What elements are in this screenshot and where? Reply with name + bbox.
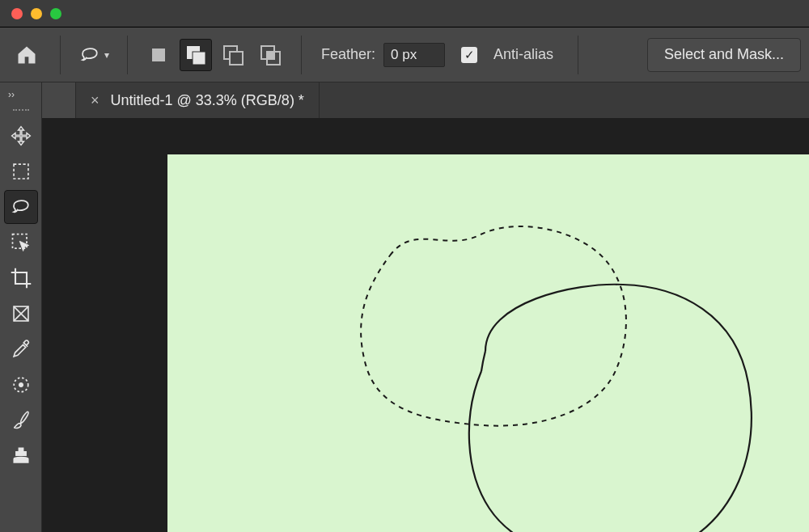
svg-rect-0 <box>152 49 165 61</box>
feather-control: Feather: <box>321 43 445 67</box>
brush-tool-icon <box>10 409 32 432</box>
expand-panel-button[interactable]: ›› <box>0 86 41 103</box>
brush-tool[interactable] <box>4 403 38 437</box>
tools-panel: ›› <box>0 82 42 532</box>
move-tool[interactable] <box>4 119 38 153</box>
move-tool-icon <box>10 125 32 147</box>
current-tool-indicator[interactable]: ▾ <box>75 36 112 74</box>
document-tab[interactable]: × Untitled-1 @ 33.3% (RGB/8) * <box>76 82 320 118</box>
crop-tool-icon <box>10 267 32 289</box>
eyedropper-tool[interactable] <box>4 332 38 366</box>
clone-stamp-tool[interactable] <box>4 439 38 473</box>
antialias-label: Anti-alias <box>493 46 553 63</box>
separator <box>578 36 578 74</box>
svg-point-12 <box>19 382 23 386</box>
lasso-draw-path <box>453 278 769 532</box>
options-bar: ▾ Feather: ✓ Anti-alias Select and Mas <box>0 27 809 82</box>
selection-mode-subtract[interactable] <box>217 39 249 71</box>
home-button[interactable] <box>8 36 45 74</box>
canvas[interactable] <box>167 154 809 532</box>
feather-input[interactable] <box>383 43 445 67</box>
object-selection-tool-icon <box>10 231 32 254</box>
close-tab-icon[interactable]: × <box>91 92 100 109</box>
window-zoom-button[interactable] <box>50 8 61 19</box>
separator <box>301 36 302 74</box>
frame-tool-icon <box>11 303 32 324</box>
svg-rect-8 <box>14 164 28 179</box>
antialias-checkbox[interactable]: ✓ <box>461 47 477 63</box>
object-selection-tool[interactable] <box>4 226 38 260</box>
lasso-tool[interactable] <box>4 190 38 224</box>
select-and-mask-button[interactable]: Select and Mask... <box>647 38 801 72</box>
document-tab-bar: × Untitled-1 @ 33.3% (RGB/8) * <box>42 82 809 118</box>
window-minimize-button[interactable] <box>31 8 42 19</box>
window-close-button[interactable] <box>11 8 23 19</box>
rectangular-marquee-tool-icon <box>11 161 32 182</box>
svg-rect-7 <box>267 52 274 59</box>
canvas-viewport[interactable] <box>42 118 809 532</box>
svg-rect-2 <box>193 52 205 65</box>
panel-grip[interactable] <box>9 106 33 114</box>
crop-tool[interactable] <box>4 261 38 295</box>
svg-rect-4 <box>230 52 243 65</box>
window-titlebar <box>0 0 809 27</box>
selection-mode-add[interactable] <box>180 39 212 71</box>
clone-stamp-tool-icon <box>10 445 32 467</box>
chevron-down-icon: ▾ <box>104 49 109 61</box>
selection-mode-intersect[interactable] <box>254 39 286 71</box>
separator <box>60 36 61 74</box>
spot-healing-tool[interactable] <box>4 368 38 402</box>
lasso-tool-icon <box>10 196 32 218</box>
frame-tool[interactable] <box>4 297 38 331</box>
eyedropper-tool-icon <box>11 339 32 360</box>
separator <box>127 36 128 74</box>
tab-gutter <box>42 82 76 118</box>
marquee-tool[interactable] <box>4 154 38 188</box>
selection-mode-new[interactable] <box>142 39 175 71</box>
spot-healing-brush-tool-icon <box>10 374 32 396</box>
selection-mode-group <box>142 39 286 71</box>
document-tab-title: Untitled-1 @ 33.3% (RGB/8) * <box>111 92 304 109</box>
feather-label: Feather: <box>321 46 375 63</box>
